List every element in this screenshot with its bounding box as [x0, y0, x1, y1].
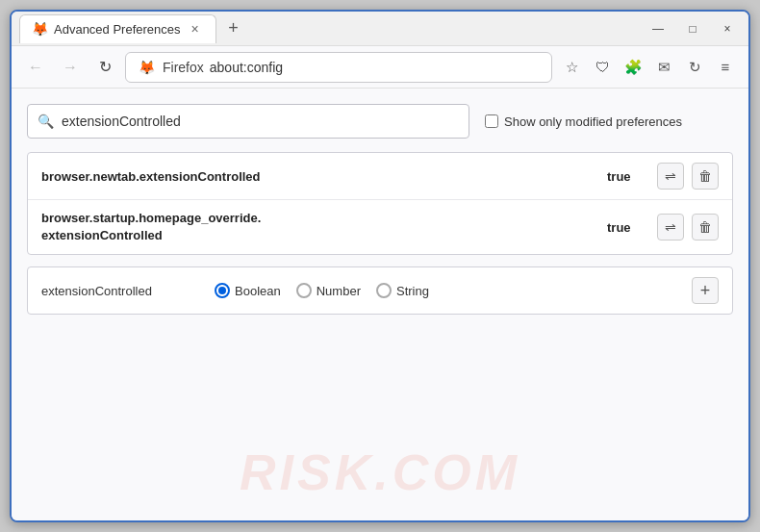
browser-window: 🦊 Advanced Preferences × + — □ × ← → ↻ 🦊…	[10, 10, 750, 522]
radio-group: Boolean Number String	[215, 283, 429, 298]
swap-icon-1: ⇌	[665, 168, 676, 184]
radio-number-label: Number	[317, 284, 361, 298]
bookmark-icon[interactable]: ☆	[558, 54, 585, 81]
row-actions-2: ⇌ 🗑	[657, 214, 719, 241]
address-bar[interactable]: 🦊 Firefox about:config	[125, 52, 552, 83]
back-button[interactable]: ←	[21, 53, 50, 82]
title-bar: 🦊 Advanced Preferences × + — □ ×	[12, 12, 748, 46]
browser-label: Firefox	[163, 60, 204, 75]
results-table: browser.newtab.extensionControlled true …	[27, 152, 733, 255]
close-button[interactable]: ×	[714, 19, 741, 38]
url-display: about:config	[210, 60, 283, 75]
table-row: browser.startup.homepage_override. exten…	[28, 200, 732, 254]
trash-icon-1: 🗑	[698, 168, 712, 184]
sync-icon[interactable]: ↻	[681, 54, 708, 81]
swap-icon-2: ⇌	[665, 219, 676, 235]
tab-title: Advanced Preferences	[54, 22, 181, 37]
delete-button-2[interactable]: 🗑	[692, 214, 719, 241]
pref-name-2: browser.startup.homepage_override. exten…	[41, 210, 595, 244]
radio-string[interactable]: String	[376, 283, 429, 298]
pref-value-2: true	[607, 220, 646, 235]
show-modified-checkbox[interactable]	[485, 114, 498, 128]
show-modified-text: Show only modified preferences	[504, 114, 682, 129]
pref-name-2-line2: extensionControlled	[41, 227, 595, 244]
add-pref-button[interactable]: +	[692, 277, 719, 304]
radio-circle-boolean	[215, 283, 230, 298]
menu-icon[interactable]: ≡	[712, 54, 739, 81]
radio-number[interactable]: Number	[296, 283, 361, 298]
row-actions-1: ⇌ 🗑	[657, 163, 719, 190]
watermark: RISK.COM	[240, 443, 520, 501]
swap-button-1[interactable]: ⇌	[657, 163, 684, 190]
radio-circle-string	[376, 283, 392, 298]
minimize-button[interactable]: —	[645, 19, 671, 38]
forward-button[interactable]: →	[56, 53, 85, 82]
radio-string-label: String	[396, 284, 429, 298]
search-icon: 🔍	[38, 114, 54, 129]
tab-favicon-icon: 🦊	[32, 21, 48, 37]
pref-value-1: true	[607, 169, 646, 184]
new-tab-button[interactable]: +	[220, 15, 247, 42]
tab-close-button[interactable]: ×	[187, 20, 204, 38]
nav-bar: ← → ↻ 🦊 Firefox about:config ☆ 🛡 🧩 ✉ ↻ ≡	[12, 46, 748, 89]
profile-icon[interactable]: ✉	[650, 54, 677, 81]
delete-button-1[interactable]: 🗑	[692, 163, 719, 190]
pref-name-2-line1: browser.startup.homepage_override.	[41, 210, 595, 227]
reload-button[interactable]: ↻	[90, 53, 119, 82]
radio-boolean[interactable]: Boolean	[215, 283, 281, 298]
search-row: 🔍 Show only modified preferences	[27, 104, 733, 139]
radio-boolean-label: Boolean	[235, 284, 281, 298]
add-preference-row: extensionControlled Boolean Number Strin…	[27, 266, 733, 315]
nav-icons-right: ☆ 🛡 🧩 ✉ ↻ ≡	[558, 54, 739, 81]
search-input[interactable]	[62, 114, 459, 129]
table-row: browser.newtab.extensionControlled true …	[28, 153, 732, 200]
search-box[interactable]: 🔍	[27, 104, 469, 139]
radio-circle-number	[296, 283, 312, 298]
swap-button-2[interactable]: ⇌	[657, 214, 684, 241]
browser-tab[interactable]: 🦊 Advanced Preferences ×	[19, 14, 216, 43]
trash-icon-2: 🗑	[698, 219, 712, 235]
extension-icon[interactable]: 🧩	[620, 54, 646, 81]
pref-name-1: browser.newtab.extensionControlled	[41, 169, 595, 184]
new-pref-name: extensionControlled	[41, 284, 195, 298]
show-modified-label[interactable]: Show only modified preferences	[485, 114, 682, 129]
firefox-logo-icon: 🦊	[136, 57, 157, 78]
maximize-button[interactable]: □	[679, 19, 706, 38]
window-controls: — □ ×	[645, 19, 741, 38]
shield-icon[interactable]: 🛡	[589, 54, 616, 81]
main-content: 🔍 Show only modified preferences browser…	[12, 89, 748, 520]
